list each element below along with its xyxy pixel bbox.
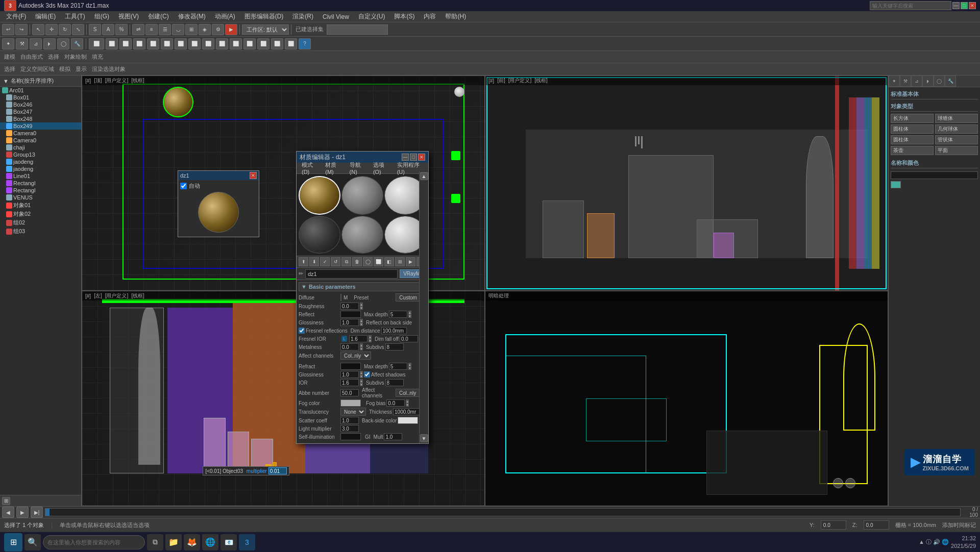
tb2-15[interactable]: ⬜ [285,38,297,49]
outliner-item[interactable]: Box246 [0,101,81,108]
rp-color-swatch[interactable] [891,181,901,188]
taskbar-max[interactable]: 3 [239,534,255,550]
layer-btn[interactable]: ☰ [159,24,171,35]
rp-tab-motion[interactable]: ⏵ [922,76,934,87]
selection-set-input[interactable] [327,24,388,35]
glossiness2-spin-up[interactable]: ▲ [360,371,363,374]
mat-sample-5[interactable] [341,216,383,254]
menu-edit[interactable]: 编辑(E) [31,11,60,22]
outliner-item[interactable]: Camera0 [0,130,81,137]
outliner-item[interactable]: 对象02 [0,210,81,218]
outliner-item[interactable]: jaodeng [0,165,81,172]
tb2-7[interactable]: ⬜ [175,38,187,49]
affect-channels-dropdown[interactable]: Col..nly [340,352,371,360]
vp-tl-shading[interactable]: [线框] [131,77,144,84]
metalness-input[interactable] [340,343,359,350]
mat-tb-assign[interactable]: ✓ [320,257,330,266]
mat-tb-back[interactable]: ◧ [384,257,394,266]
vp-bl-shading[interactable]: [线框] [131,292,144,299]
mat-editor-close[interactable]: ✕ [418,154,425,161]
mat-scroll-down[interactable]: ▼ [420,434,428,442]
fog-bias-input[interactable] [386,399,405,407]
mat-tb-get[interactable]: ⬆ [299,257,308,266]
outliner-item[interactable]: 对象01 [0,201,81,210]
vp-bl-view[interactable]: [左] [94,292,102,299]
fresnel-ior-input[interactable] [349,335,368,342]
back-side-color[interactable] [398,417,418,424]
rp-cone-btn[interactable]: 圆柱体 [891,135,934,144]
fog-bias-spin-up[interactable]: ▲ [406,399,409,403]
rp-tab-hierarchy[interactable]: ⊿ [911,76,922,87]
rp-plane-btn[interactable]: 管状体 [935,135,978,144]
rp-text-btn[interactable]: 茶壶 [891,146,934,155]
vp-tr-view[interactable]: [前] [497,77,505,84]
timeline-marker[interactable] [45,509,50,516]
menu-tools[interactable]: 工具(T) [61,11,89,22]
motion-btn[interactable]: ⏵ [43,38,56,49]
glossiness2-input[interactable] [340,371,359,378]
outliner-item[interactable]: Box01 [0,94,81,101]
material-btn[interactable]: ◈ [199,24,211,35]
taskbar-search-input[interactable] [43,535,145,549]
taskbar-firefox[interactable]: 🦊 [184,534,200,550]
undo-btn[interactable]: ↩ [2,24,14,35]
rp-tab-display[interactable]: ◯ [934,76,945,87]
render-setup-btn[interactable]: ⚙ [212,24,224,35]
viewport-bottom-right[interactable]: 明暗处理 [485,291,888,506]
fog-bias-spin-dn[interactable]: ▼ [406,403,409,407]
vp-tl-label[interactable]: [#] [85,78,91,84]
menu-create[interactable]: 创建(C) [144,11,173,22]
mult-input[interactable] [384,433,402,440]
menu-civil-view[interactable]: Civil View [318,12,353,21]
vp-bl-mode[interactable]: [用户定义] [105,292,129,299]
dz1-auto-checkbox[interactable] [180,183,187,189]
minimize-btn[interactable]: — [952,2,960,9]
roughness-spin-dn[interactable]: ▼ [360,306,363,310]
ior-input[interactable] [340,379,359,386]
outliner-item[interactable]: Box248 [0,115,81,122]
maximize-btn[interactable]: □ [961,2,968,9]
outliner-item[interactable]: jaodeng [0,158,81,165]
fresnel-checkbox[interactable] [299,328,305,334]
utils-btn[interactable]: 🔧 [71,38,83,49]
taskbar-app1[interactable]: 📧 [220,534,237,550]
timeline-track[interactable] [45,508,961,516]
tb2-9[interactable]: ⬜ [202,38,214,49]
tb2-11[interactable]: ⬜ [230,38,242,49]
mat-editor-min[interactable]: — [402,154,409,161]
mat-editor-max[interactable]: □ [410,154,417,161]
fresnel-ior-lock[interactable]: L [341,336,347,342]
rp-sphere-btn[interactable]: 球锥体 [935,114,978,123]
vp-tl-mode[interactable]: [用户定义] [105,77,129,84]
outliner-item[interactable]: 组03 [0,227,81,236]
mirror-btn[interactable]: ⇌ [132,24,144,35]
tb2-8[interactable]: ⬜ [188,38,201,49]
glossiness-spin-up[interactable]: ▲ [360,319,363,322]
snap-btn[interactable]: S [89,24,101,35]
mat-tb-put[interactable]: ⬇ [309,257,319,266]
mat-tb-video[interactable]: ▶ [406,257,415,266]
mat-scroll-up[interactable]: ▲ [420,172,428,180]
rp-tab-utils[interactable]: 🔧 [945,76,956,87]
vp-tl-view[interactable]: [顶] [94,77,102,84]
menu-graph-editor[interactable]: 图形编辑器(D) [240,11,288,22]
taskbar-search[interactable]: 🔍 [24,534,41,550]
affect-shadows-checkbox[interactable] [364,371,370,378]
mat-sample-4[interactable] [299,216,340,254]
metalness-spin-dn[interactable]: ▼ [360,347,363,350]
z-input[interactable] [864,520,889,530]
metalness-spin-up[interactable]: ▲ [360,343,363,347]
light-mult-input[interactable] [340,425,359,432]
outliner-item[interactable]: VENUS [0,194,81,201]
dim-fall-off-input[interactable] [400,335,418,342]
menu-view[interactable]: 视图(V) [114,11,143,22]
fresnel-ior-spin-up[interactable]: ▲ [369,335,372,339]
taskbar-start[interactable]: ⊞ [4,533,22,551]
outliner-item[interactable]: Rectangl [0,180,81,187]
glossiness-spin-dn[interactable]: ▼ [360,322,363,326]
outliner-item[interactable]: Arc01 [0,87,81,94]
outliner-item[interactable]: Box247 [0,108,81,115]
outliner-item[interactable]: 组02 [0,218,81,227]
outliner-expand-btn[interactable]: ⊞ [2,497,10,505]
schematic-btn[interactable]: ⊞ [185,24,198,35]
